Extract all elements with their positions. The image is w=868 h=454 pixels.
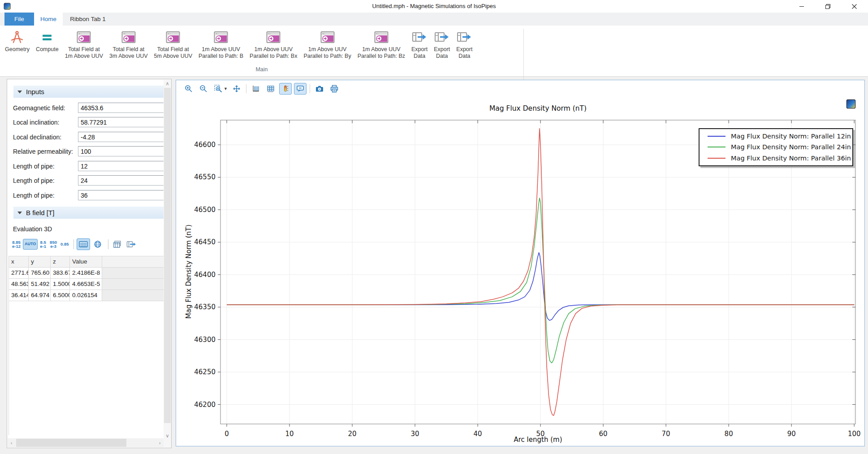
- table-row[interactable]: 2771.6 765.60 383.67 2.4186E-8: [9, 268, 164, 279]
- total-field-3m-button[interactable]: Total Field at3m Above UUV: [106, 27, 151, 61]
- minimize-button[interactable]: [789, 0, 815, 13]
- parallel-path-by-button[interactable]: 1m Above UUVParallel to Path: By: [300, 27, 354, 61]
- copy-table-button[interactable]: [111, 239, 124, 250]
- tab-file[interactable]: File: [4, 13, 34, 26]
- collapse-triangle-icon: [17, 212, 22, 214]
- precision-auto-button[interactable]: AUTO: [23, 239, 38, 250]
- total-field-1m-button[interactable]: Total Field at1m Above UUV: [62, 27, 106, 61]
- field-label: Length of pipe:: [13, 163, 55, 170]
- form-row: Local declination:: [7, 132, 164, 143]
- table-header-row: x y z Value: [9, 256, 164, 268]
- field-label: Length of pipe:: [13, 177, 55, 184]
- scroll-right-icon[interactable]: ›: [156, 439, 164, 447]
- close-button[interactable]: [841, 0, 868, 13]
- column-header[interactable]: z: [51, 256, 70, 268]
- svg-text:46400: 46400: [194, 271, 216, 279]
- precision-science-button[interactable]: 8.5e-1: [39, 239, 48, 250]
- form-row: Length of pipe:: [7, 161, 164, 172]
- scroll-up-icon[interactable]: ∧: [164, 80, 171, 87]
- results-table[interactable]: x y z Value 2771.6 765.60 383.67 2.4186E…: [9, 256, 164, 301]
- legend-line-sample: [708, 147, 725, 147]
- precision-full-button[interactable]: 8.85e-12: [11, 239, 22, 250]
- form-row: Relative permeability:: [7, 146, 164, 157]
- minimize-icon: [799, 4, 804, 9]
- column-header[interactable]: Value: [70, 256, 102, 268]
- svg-text:46300: 46300: [194, 336, 216, 344]
- svg-text:46250: 46250: [194, 368, 216, 376]
- pipe-length-12-input[interactable]: [78, 161, 165, 171]
- pipe-length-24-input[interactable]: [78, 175, 165, 186]
- export-table-button[interactable]: [125, 239, 138, 250]
- field-label: Length of pipe:: [13, 192, 55, 199]
- compute-button[interactable]: Compute: [33, 27, 62, 54]
- close-icon: [851, 4, 857, 9]
- export-data-button-2[interactable]: ExportData: [431, 27, 453, 61]
- export-data-icon: [457, 28, 472, 46]
- tab-home[interactable]: Home: [34, 13, 63, 26]
- collapse-triangle-icon: [17, 91, 22, 93]
- window-title: Untitled.mph - Magnetic Simulations of I…: [0, 0, 868, 13]
- svg-text:46500: 46500: [194, 206, 216, 214]
- scrollbar-corner: [164, 438, 171, 447]
- parallel-path-b-button[interactable]: 1m Above UUVParallel to Path: B: [195, 27, 246, 61]
- local-inclination-input[interactable]: [78, 117, 165, 127]
- plot-group-icon: [121, 28, 136, 46]
- legend-line-sample: [708, 158, 725, 159]
- plot-group-icon: [320, 28, 335, 46]
- export-data-button-1[interactable]: ExportData: [408, 27, 431, 61]
- plot-group-icon: [213, 28, 229, 46]
- pipe-length-36-input[interactable]: [78, 190, 165, 200]
- form-row: Geomagnetic field:: [7, 103, 164, 114]
- ribbon: Geometry Compute Total Field at1m Above …: [0, 26, 868, 77]
- title-bar: Untitled.mph - Magnetic Simulations of I…: [0, 0, 868, 13]
- restore-icon: [825, 4, 831, 9]
- settings-panel: Inputs Geomagnetic field: Local inclinat…: [7, 79, 172, 448]
- plot-group-icon: [76, 28, 91, 46]
- tab-ribbon-tab-1[interactable]: Ribbon Tab 1: [63, 13, 113, 26]
- column-filler: [102, 256, 164, 268]
- evaluation-3d-label: Evaluation 3D: [13, 225, 52, 233]
- precision-engineering-button[interactable]: 850e-3: [48, 239, 58, 250]
- table-toolbar: 8.85e-12 AUTO 8.5e-1 850e-3 0.85: [11, 238, 139, 250]
- export-data-icon: [412, 28, 427, 46]
- plot-group-icon: [266, 28, 281, 46]
- column-header[interactable]: y: [29, 256, 51, 268]
- parallel-path-bz-button[interactable]: 1m Above UUVParallel to Path: Bz: [354, 27, 408, 61]
- table-icon: [79, 241, 88, 248]
- horizontal-scroll-thumb[interactable]: [16, 439, 126, 447]
- ribbon-tab-bar: File Home Ribbon Tab 1: [0, 13, 868, 26]
- geometry-compass-icon: [9, 28, 25, 46]
- svg-text:46350: 46350: [194, 303, 216, 311]
- inputs-section-header[interactable]: Inputs: [13, 86, 164, 98]
- bfield-section-header[interactable]: B field [T]: [13, 207, 164, 219]
- column-header[interactable]: x: [9, 256, 29, 268]
- svg-text:46450: 46450: [194, 238, 216, 246]
- table-row[interactable]: 48.563 51.492 1.5000 4.6653E-5: [9, 279, 164, 290]
- relative-permeability-input[interactable]: [78, 146, 165, 156]
- legend-line-sample: [708, 136, 725, 137]
- legend-item: Mag Flux Density Norm: Parallel 24in: [704, 143, 848, 151]
- plot-group-icon: [165, 28, 181, 46]
- geomagnetic-field-input[interactable]: [78, 103, 165, 113]
- svg-text:46550: 46550: [194, 173, 216, 181]
- graphics-window: ▼ Mag Flux Density Norm (nT) 01020304050…: [176, 80, 865, 446]
- parallel-path-bx-button[interactable]: 1m Above UUVParallel to Path: Bx: [246, 27, 300, 61]
- table-view-button[interactable]: [77, 238, 90, 250]
- toolbar-separator: [108, 239, 108, 249]
- precision-decimal-button[interactable]: 0.85: [59, 241, 70, 247]
- export-data-icon: [434, 28, 449, 46]
- total-field-5m-button[interactable]: Total Field at5m Above UUV: [151, 27, 195, 61]
- sphere-view-button[interactable]: [91, 239, 104, 250]
- inputs-section-title: Inputs: [26, 88, 44, 95]
- x-axis-label: Arc length (m): [220, 436, 855, 444]
- application-window: Untitled.mph - Magnetic Simulations of I…: [0, 0, 868, 454]
- maximize-button[interactable]: [815, 0, 841, 13]
- geometry-button[interactable]: Geometry: [2, 27, 33, 54]
- export-data-button-3[interactable]: ExportData: [453, 27, 475, 61]
- table-row[interactable]: 36.414 64.974 6.5000 0.026154: [9, 290, 164, 301]
- local-declination-input[interactable]: [78, 132, 165, 142]
- form-row: Length of pipe:: [7, 175, 164, 186]
- vertical-scroll-thumb[interactable]: [164, 88, 171, 423]
- legend-item: Mag Flux Density Norm: Parallel 36in: [704, 155, 848, 162]
- scroll-left-icon[interactable]: ‹: [8, 439, 15, 447]
